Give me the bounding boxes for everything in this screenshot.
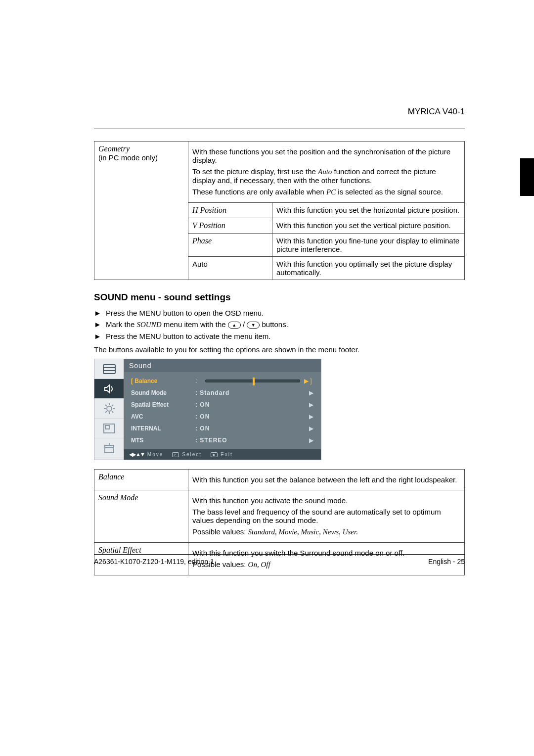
geom-row-label: H Position [188, 203, 272, 218]
footer-doc-id: A26361-K1070-Z120-1-M119, edition 1 [94, 558, 214, 566]
geometry-table: Geometry (in PC mode only) With these fu… [94, 141, 465, 280]
osd-row-label: [ Balance [131, 378, 195, 384]
osd-row-value: : STEREO [195, 437, 309, 444]
osd-row-label: Sound Mode [131, 389, 195, 396]
osd-title: Sound [124, 359, 321, 372]
geometry-intro2: To set the picture display, first use th… [192, 167, 460, 185]
footer-page: English - 25 [428, 558, 465, 566]
osd-hint-exit: Exit [221, 452, 233, 457]
svg-point-3 [107, 406, 112, 411]
svg-line-8 [105, 405, 107, 406]
section-heading: SOUND menu - sound settings [94, 292, 465, 303]
osd-row: MTS: STEREO▶ [131, 434, 316, 446]
osd-row: INTERNAL: ON▶ [131, 423, 316, 434]
osd-hint-select: Select [182, 452, 202, 457]
chevron-right-icon: ▶ [309, 437, 316, 444]
instruction-item: ►Press the MENU button to open the OSD m… [94, 309, 465, 317]
pip-tab-icon [94, 419, 124, 438]
geom-row-label: V Position [188, 218, 272, 234]
bullet-icon: ► [94, 320, 106, 329]
osd-screenshot: Sound [ Balance:▶ ]Sound Mode: Standard▶… [94, 359, 321, 460]
sound-tab-icon [94, 379, 124, 399]
osd-row-label: AVC [131, 413, 195, 420]
instruction-item: ►Press the MENU button to activate the m… [94, 332, 465, 340]
osd-panel: Sound [ Balance:▶ ]Sound Mode: Standard▶… [124, 359, 321, 460]
sound-def-label: Balance [94, 470, 188, 490]
sound-def-label: Sound Mode [94, 490, 188, 543]
bullet-icon: ► [94, 309, 106, 317]
osd-row-value: : ON [195, 413, 309, 420]
picture-tab-icon [94, 359, 124, 379]
move-nav-icon: ◀▶ ▲▼ [129, 451, 144, 458]
osd-sidebar [94, 359, 124, 460]
osd-row: Spatial Effect: ON▶ [131, 399, 316, 411]
geom-row-desc: With this function you set the horizonta… [272, 203, 465, 218]
svg-rect-13 [105, 425, 109, 429]
osd-hint-move: Move [147, 452, 163, 457]
page-title: MYRICA V40-1 [408, 107, 465, 117]
page: MYRICA V40-1 Geometry (in PC mode only) … [0, 0, 534, 605]
geometry-intro-cell: With these functions you set the positio… [188, 142, 465, 203]
sound-def-body: With this function you set the balance b… [188, 470, 465, 490]
svg-rect-14 [105, 445, 114, 453]
osd-row-value: : ON [195, 425, 309, 432]
svg-line-11 [105, 411, 107, 413]
geometry-title: Geometry [98, 144, 130, 153]
osd-row-value: : Standard [195, 389, 309, 396]
geom-row-desc: With this function you set the vertical … [272, 218, 465, 234]
osd-row-label: MTS [131, 437, 195, 444]
balance-slider [205, 379, 300, 382]
geometry-sub: (in PC mode only) [98, 153, 158, 162]
osd-row-label: Spatial Effect [131, 401, 195, 408]
setup-tab-icon [94, 399, 124, 419]
geom-row-label: Phase [188, 234, 272, 257]
up-button-icon: ▲ [228, 322, 241, 329]
instruction-list: ►Press the MENU button to open the OSD m… [94, 309, 465, 340]
osd-row: [ Balance:▶ ] [131, 375, 316, 387]
footer-note: The buttons available to you for setting… [94, 345, 465, 354]
chevron-right-icon: ▶ [309, 425, 316, 432]
osd-rows: [ Balance:▶ ]Sound Mode: Standard▶Spatia… [124, 372, 321, 449]
svg-line-10 [112, 405, 113, 406]
osd-row: Sound Mode: Standard▶ [131, 387, 316, 399]
geometry-intro1: With these functions you set the positio… [192, 147, 460, 164]
osd-hint-bar: ◀▶ ▲▼Move ↵Select ■Exit [124, 449, 321, 460]
svg-line-9 [112, 411, 113, 413]
osd-row: AVC: ON▶ [131, 411, 316, 423]
exit-btn-icon: ■ [211, 452, 218, 457]
osd-row-label: INTERNAL [131, 425, 195, 432]
instruction-item: ►Mark the SOUND menu item with the ▲ / ▼… [94, 320, 465, 329]
chevron-right-icon: ▶ [309, 401, 316, 408]
geometry-intro3: These functions are only available when … [192, 188, 460, 196]
geom-row-desc: With this function you optimally set the… [272, 257, 465, 280]
timer-tab-icon [94, 438, 124, 458]
geometry-label-cell: Geometry (in PC mode only) [94, 142, 188, 280]
page-footer: A26361-K1070-Z120-1-M119, edition 1 Engl… [94, 554, 465, 566]
chevron-right-icon: ▶ [309, 413, 316, 420]
svg-rect-0 [103, 365, 115, 374]
osd-row-value: : ON [195, 401, 309, 408]
geom-row-desc: With this function you fine-tune your di… [272, 234, 465, 257]
down-button-icon: ▼ [247, 322, 260, 329]
select-btn-icon: ↵ [172, 452, 179, 457]
bullet-icon: ► [94, 332, 106, 340]
sound-def-body: With this function you activate the soun… [188, 490, 465, 543]
chevron-right-icon: ▶ [309, 389, 316, 396]
chevron-right-icon: ▶ ] [304, 378, 316, 384]
geom-row-label: Auto [188, 257, 272, 280]
